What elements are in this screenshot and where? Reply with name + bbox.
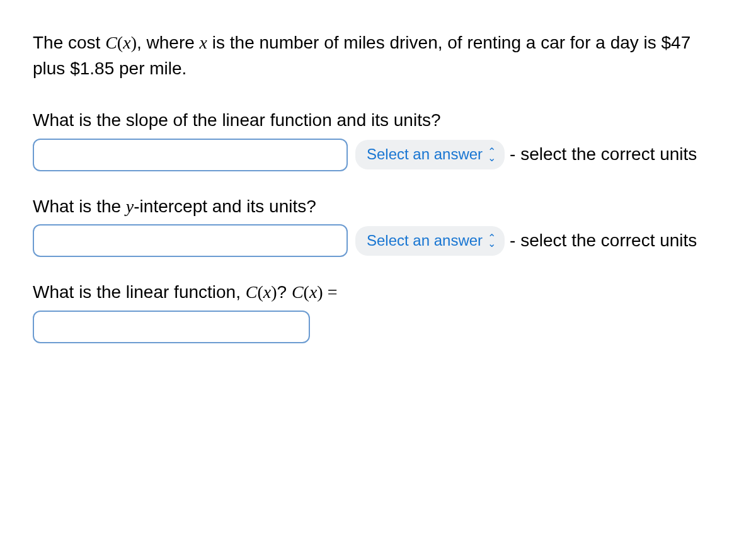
question-function-prompt: What is the linear function, C(x)? C(x) … [33,280,723,305]
q2-text-2: -intercept and its units? [134,197,316,216]
q2-y-var: y [126,197,134,216]
function-input[interactable] [33,311,310,343]
q3-pc2: ) [317,282,323,302]
slope-trailing-text: - select the correct units [510,142,697,168]
yintercept-units-select[interactable]: Select an answer [355,226,505,256]
intro-x-in-Cx: x [123,33,130,52]
q3-x1: x [263,282,271,302]
yintercept-units-select-label: Select an answer [367,230,483,252]
intro-text-2: , where [137,33,200,52]
intro-C: C [105,33,117,52]
yintercept-trailing-text: - select the correct units [510,228,697,254]
problem-intro: The cost C(x), where x is the number of … [33,30,723,81]
question-yintercept: What is the y-intercept and its units? S… [33,194,723,258]
chevron-updown-icon [488,149,496,161]
slope-units-select[interactable]: Select an answer [355,140,505,169]
q3-x2: x [309,282,317,302]
q3-text-1: What is the linear function, [33,282,246,302]
intro-paren-open: ( [117,33,123,52]
intro-paren-close: ) [131,33,137,52]
q3-C2: C [292,282,304,302]
q3-C1: C [246,282,258,302]
intro-text-1: The cost [33,33,105,52]
q2-text-1: What is the [33,197,126,216]
slope-units-select-label: Select an answer [367,144,483,166]
yintercept-input[interactable] [33,224,348,257]
question-function: What is the linear function, C(x)? C(x) … [33,280,723,343]
q3-pc1: ) [271,282,277,302]
chevron-updown-icon [488,235,496,247]
q3-qmark: ? [277,282,292,302]
slope-input[interactable] [33,139,348,171]
question-yintercept-prompt: What is the y-intercept and its units? [33,194,723,220]
intro-x-var: x [200,33,207,52]
q3-po1: ( [257,282,263,302]
question-slope-prompt: What is the slope of the linear function… [33,108,723,134]
q3-equals: = [323,282,338,302]
question-slope: What is the slope of the linear function… [33,108,723,171]
q3-po2: ( [304,282,309,302]
